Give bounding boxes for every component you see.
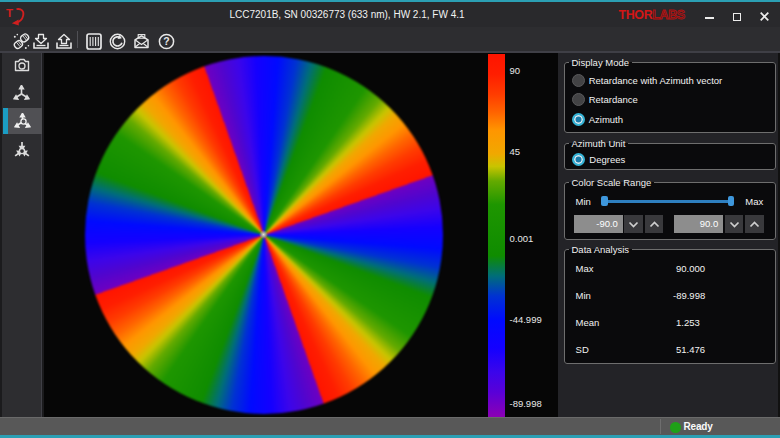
svg-text:?: ? <box>163 35 169 47</box>
